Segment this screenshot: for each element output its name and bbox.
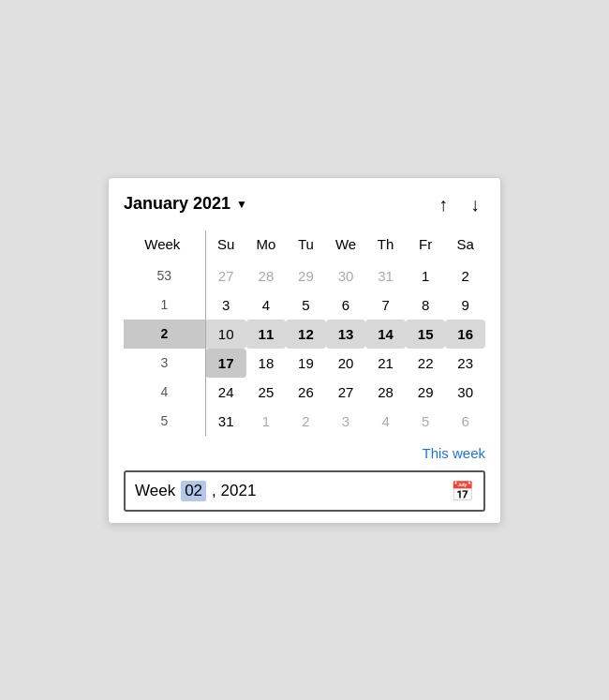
week-input-value[interactable]: 02 bbox=[181, 481, 206, 501]
week-number[interactable]: 5 bbox=[124, 407, 205, 436]
calendar-day[interactable]: 22 bbox=[406, 349, 446, 378]
calendar-day[interactable]: 1 bbox=[246, 407, 287, 436]
calendar-day[interactable]: 1 bbox=[406, 261, 446, 290]
calendar-day[interactable]: 30 bbox=[445, 378, 485, 407]
calendar-row: 53272829303112 bbox=[124, 261, 485, 290]
calendar-header: January 2021 ▼ ↑ ↓ bbox=[124, 193, 485, 216]
col-header-we: We bbox=[326, 231, 366, 261]
calendar-day[interactable]: 20 bbox=[326, 349, 366, 378]
calendar-day[interactable]: 17 bbox=[205, 349, 245, 378]
nav-buttons: ↑ ↓ bbox=[433, 193, 485, 216]
calendar-day[interactable]: 18 bbox=[246, 349, 287, 378]
week-number[interactable]: 1 bbox=[124, 290, 205, 320]
calendar-day[interactable]: 7 bbox=[365, 290, 406, 320]
calendar-day[interactable]: 11 bbox=[246, 320, 287, 349]
calendar-day[interactable]: 30 bbox=[326, 261, 366, 290]
month-year-title[interactable]: January 2021 ▼ bbox=[124, 194, 247, 214]
calendar-day[interactable]: 29 bbox=[406, 378, 446, 407]
calendar-day[interactable]: 16 bbox=[445, 320, 485, 349]
calendar-icon[interactable]: 📅 bbox=[451, 480, 474, 502]
calendar-day[interactable]: 9 bbox=[445, 290, 485, 320]
calendar-row: 531123456 bbox=[124, 407, 485, 436]
calendar-day[interactable]: 2 bbox=[286, 407, 326, 436]
calendar-day[interactable]: 10 bbox=[205, 320, 245, 349]
calendar-row: 424252627282930 bbox=[124, 378, 485, 407]
calendar-day[interactable]: 29 bbox=[286, 261, 326, 290]
col-header-tu: Tu bbox=[286, 231, 326, 261]
this-week-section: This week bbox=[124, 445, 485, 461]
calendar-day[interactable]: 13 bbox=[326, 320, 366, 349]
calendar-row: 317181920212223 bbox=[124, 349, 485, 378]
week-input-bar: Week 02 , 2021 📅 bbox=[124, 470, 485, 512]
calendar-day[interactable]: 5 bbox=[286, 290, 326, 320]
week-input-label: Week bbox=[135, 482, 175, 500]
calendar-picker: January 2021 ▼ ↑ ↓ Week Su Mo Tu We Th F… bbox=[108, 177, 501, 524]
col-header-th: Th bbox=[365, 231, 406, 261]
col-header-su: Su bbox=[205, 231, 245, 261]
week-number[interactable]: 3 bbox=[124, 349, 205, 378]
calendar-day[interactable]: 28 bbox=[365, 378, 406, 407]
column-headers: Week Su Mo Tu We Th Fr Sa bbox=[124, 231, 485, 261]
calendar-row: 210111213141516 bbox=[124, 320, 485, 349]
calendar-day[interactable]: 6 bbox=[326, 290, 366, 320]
calendar-day[interactable]: 6 bbox=[445, 407, 485, 436]
week-number[interactable]: 53 bbox=[124, 261, 205, 290]
calendar-day[interactable]: 27 bbox=[326, 378, 366, 407]
calendar-day[interactable]: 26 bbox=[286, 378, 326, 407]
calendar-day[interactable]: 3 bbox=[205, 290, 245, 320]
calendar-day[interactable]: 19 bbox=[286, 349, 326, 378]
calendar-day[interactable]: 5 bbox=[406, 407, 446, 436]
calendar-day[interactable]: 3 bbox=[326, 407, 366, 436]
calendar-day[interactable]: 14 bbox=[365, 320, 406, 349]
col-header-mo: Mo bbox=[246, 231, 287, 261]
dropdown-arrow-icon: ▼ bbox=[236, 198, 247, 211]
calendar-day[interactable]: 15 bbox=[406, 320, 446, 349]
calendar-day[interactable]: 31 bbox=[205, 407, 245, 436]
week-input-year: , 2021 bbox=[212, 482, 256, 500]
calendar-day[interactable]: 25 bbox=[246, 378, 287, 407]
prev-month-button[interactable]: ↑ bbox=[433, 193, 453, 216]
week-column-header: Week bbox=[124, 231, 205, 261]
calendar-day[interactable]: 31 bbox=[365, 261, 406, 290]
calendar-day[interactable]: 8 bbox=[406, 290, 446, 320]
calendar-day[interactable]: 4 bbox=[365, 407, 406, 436]
week-number[interactable]: 2 bbox=[124, 320, 205, 349]
this-week-link[interactable]: This week bbox=[422, 445, 485, 461]
calendar-grid: Week Su Mo Tu We Th Fr Sa 53272829303112… bbox=[124, 231, 485, 436]
calendar-day[interactable]: 4 bbox=[246, 290, 287, 320]
next-month-button[interactable]: ↓ bbox=[465, 193, 485, 216]
col-header-fr: Fr bbox=[406, 231, 446, 261]
calendar-day[interactable]: 12 bbox=[286, 320, 326, 349]
calendar-day[interactable]: 23 bbox=[445, 349, 485, 378]
calendar-day[interactable]: 28 bbox=[246, 261, 287, 290]
week-number[interactable]: 4 bbox=[124, 378, 205, 407]
col-header-sa: Sa bbox=[445, 231, 485, 261]
calendar-day[interactable]: 24 bbox=[205, 378, 245, 407]
calendar-day[interactable]: 21 bbox=[365, 349, 406, 378]
calendar-day[interactable]: 27 bbox=[205, 261, 245, 290]
calendar-day[interactable]: 2 bbox=[445, 261, 485, 290]
calendar-row: 13456789 bbox=[124, 290, 485, 320]
month-year-label: January 2021 bbox=[124, 194, 230, 214]
